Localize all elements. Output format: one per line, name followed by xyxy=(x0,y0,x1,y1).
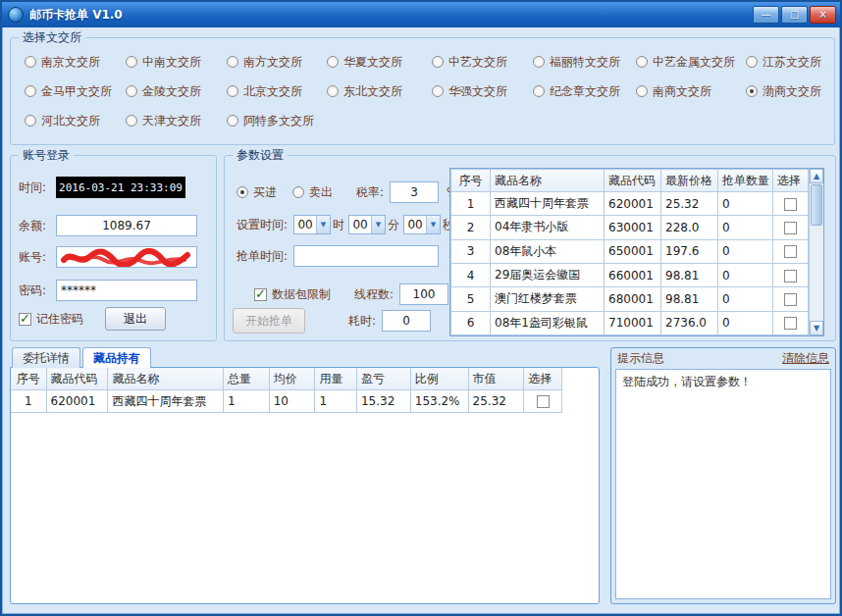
exchange-option-label: 阿特多文交所 xyxy=(243,113,314,129)
exchange-option-label: 江苏文交所 xyxy=(763,54,821,71)
exchange-option-radio[interactable]: 中艺金属文交所 xyxy=(636,52,746,72)
row-select-checkbox[interactable] xyxy=(784,317,797,330)
column-header: 盈亏 xyxy=(356,368,410,390)
table-cell: 04年隶书小版 xyxy=(491,216,605,239)
exchange-option-radio[interactable]: 渤商文交所 xyxy=(746,81,828,101)
radio-icon xyxy=(746,56,758,68)
exchange-option-radio[interactable]: 阿特多文交所 xyxy=(227,111,327,130)
remember-password-checkbox[interactable]: 记住密码 xyxy=(19,311,83,328)
password-row: 密码: ****** xyxy=(19,280,197,301)
radio-icon xyxy=(25,56,36,68)
table-cell: 0 xyxy=(718,192,773,216)
table-cell: 620001 xyxy=(605,192,661,216)
radio-icon xyxy=(327,56,339,68)
exchange-group-title: 选择文交所 xyxy=(19,29,85,46)
exchange-option-radio[interactable]: 金马甲文交所 xyxy=(25,81,126,101)
exchange-option-radio[interactable]: 江苏文交所 xyxy=(746,52,828,72)
products-scrollbar[interactable]: ▲ ▼ xyxy=(809,169,823,335)
balance-label: 余额: xyxy=(19,218,56,234)
row-select-checkbox[interactable] xyxy=(784,222,797,234)
time-row: 时间: 2016-03-21 23:33:09 xyxy=(19,177,185,198)
exchange-option-radio[interactable]: 华强文交所 xyxy=(432,81,533,101)
exchange-option-radio[interactable]: 纪念章文交所 xyxy=(533,81,636,101)
row-select-checkbox[interactable] xyxy=(784,270,797,282)
message-panel-header: 提示信息 清除信息 xyxy=(611,348,835,368)
thread-label: 线程数: xyxy=(354,286,394,303)
products-table: 序号藏品名称藏品代码最新价格抢单数量选择1西藏四十周年套票62000125.32… xyxy=(450,169,809,335)
sell-radio[interactable]: 卖出 xyxy=(292,182,333,202)
account-row: 账号: xyxy=(19,246,197,268)
checkbox-icon xyxy=(19,313,31,326)
minimize-button[interactable]: — xyxy=(753,6,779,24)
column-header: 总量 xyxy=(224,368,270,390)
radio-icon xyxy=(636,85,648,97)
table-cell: 197.6 xyxy=(661,239,718,263)
exchange-option-radio[interactable]: 北京文交所 xyxy=(227,81,327,101)
account-input[interactable] xyxy=(56,246,197,268)
select-cell xyxy=(524,390,562,413)
redaction-scribble-icon xyxy=(59,248,192,268)
radio-icon xyxy=(227,56,238,68)
exchange-option-radio[interactable]: 福丽特文交所 xyxy=(533,52,636,72)
exchange-option-label: 金陵文交所 xyxy=(142,83,201,100)
select-cell xyxy=(773,239,809,263)
hour-select[interactable]: 00 ▼ xyxy=(293,215,331,234)
row-select-checkbox[interactable] xyxy=(784,293,797,306)
radio-icon xyxy=(126,56,137,68)
exchange-option-radio[interactable]: 天津文交所 xyxy=(126,111,227,130)
second-select[interactable]: 00 ▼ xyxy=(403,215,441,234)
packet-limit-checkbox[interactable]: 数据包限制 xyxy=(254,286,331,303)
row-select-checkbox[interactable] xyxy=(784,245,797,258)
table-cell: 650001 xyxy=(605,239,661,263)
exchange-option-radio[interactable]: 南京文交所 xyxy=(25,52,126,72)
exit-button[interactable]: 退出 xyxy=(105,307,166,331)
start-grab-button[interactable]: 开始抢单 xyxy=(233,308,305,334)
table-row: 204年隶书小版630001228.00 xyxy=(451,216,809,239)
checkbox-icon xyxy=(254,288,267,301)
clear-messages-button[interactable]: 清除信息 xyxy=(782,350,829,367)
radio-icon xyxy=(533,85,545,97)
minute-select[interactable]: 00 ▼ xyxy=(348,215,386,234)
exchange-option-label: 中艺文交所 xyxy=(448,54,507,71)
thread-input[interactable]: 100 xyxy=(399,283,448,305)
row-select-checkbox[interactable] xyxy=(537,395,550,408)
exchange-option-label: 渤商文交所 xyxy=(763,83,821,100)
tab-holdings[interactable]: 藏品持有 xyxy=(82,347,151,368)
exchange-option-radio[interactable]: 东北文交所 xyxy=(327,81,432,101)
maximize-button[interactable]: □ xyxy=(781,6,808,24)
buy-label: 买进 xyxy=(253,184,277,201)
exchange-option-radio[interactable]: 中艺文交所 xyxy=(432,52,533,72)
row-select-checkbox[interactable] xyxy=(784,198,797,211)
exchange-option-radio[interactable]: 中南文交所 xyxy=(126,52,227,72)
scrollbar-thumb[interactable] xyxy=(811,184,822,226)
grab-time-input[interactable] xyxy=(293,245,439,267)
exchange-option-radio[interactable]: 河北文交所 xyxy=(25,111,126,130)
radio-icon xyxy=(237,186,248,198)
table-cell: 25.32 xyxy=(661,192,718,216)
column-header: 藏品名称 xyxy=(491,170,605,192)
radio-icon xyxy=(636,56,648,68)
table-cell: 5 xyxy=(451,287,491,311)
table-cell: 澳门红楼梦套票 xyxy=(491,287,605,311)
tax-label: 税率: xyxy=(356,184,384,201)
exchange-groupbox: 选择文交所 南京文交所中南文交所南方文交所华夏文交所中艺文交所福丽特文交所中艺金… xyxy=(10,37,835,145)
tab-order-details[interactable]: 委托详情 xyxy=(12,347,80,368)
table-cell: 0 xyxy=(718,216,773,239)
exchange-option-radio[interactable]: 南商文交所 xyxy=(636,81,746,101)
table-cell: 10 xyxy=(269,390,315,413)
password-input[interactable]: ****** xyxy=(56,280,197,301)
scroll-down-icon[interactable]: ▼ xyxy=(810,321,823,335)
radio-icon xyxy=(25,85,36,97)
balance-value: 1089.67 xyxy=(56,215,197,236)
scroll-up-icon[interactable]: ▲ xyxy=(810,169,823,183)
tax-input[interactable]: 3 xyxy=(390,181,439,203)
column-header: 选择 xyxy=(524,368,562,390)
table-cell: 0 xyxy=(718,311,773,334)
exchange-option-label: 金马甲文交所 xyxy=(41,83,112,100)
exchange-option-radio[interactable]: 华夏文交所 xyxy=(327,52,432,72)
exchange-option-radio[interactable]: 南方文交所 xyxy=(227,52,327,72)
buy-radio[interactable]: 买进 xyxy=(237,182,277,202)
close-button[interactable]: × xyxy=(810,6,836,24)
login-group-title: 账号登录 xyxy=(19,147,74,164)
exchange-option-radio[interactable]: 金陵文交所 xyxy=(126,81,227,101)
